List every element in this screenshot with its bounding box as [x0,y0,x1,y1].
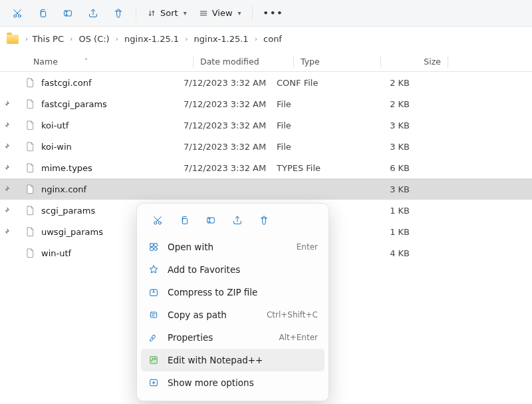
file-size: 2 KB [356,78,410,88]
file-size: 3 KB [356,120,410,130]
breadcrumb-segment[interactable]: This PC [29,33,66,45]
file-icon [24,139,36,154]
svg-rect-13 [150,357,158,364]
star-icon [148,264,160,276]
copy-path-icon [148,309,160,321]
file-row[interactable]: koi-win7/12/2023 3:32 AMFile3 KB [0,136,532,157]
file-name: win-utf [41,248,71,258]
menu-more-options[interactable]: Show more options [141,371,325,394]
breadcrumb-segment[interactable]: nginx-1.25.1 [192,33,251,45]
breadcrumb-segment[interactable]: nginx-1.25.1 [122,33,182,45]
pin-icon [0,207,13,214]
svg-rect-9 [154,244,158,247]
copy-icon[interactable] [173,210,196,230]
svg-point-0 [14,15,17,17]
chevron-right-icon: › [24,35,29,43]
pin-icon [0,122,13,128]
breadcrumb-segment[interactable]: conf [261,33,285,45]
menu-favorites-label: Add to Favorites [168,264,318,275]
menu-properties[interactable]: Properties Alt+Enter [141,326,325,349]
separator [136,6,136,21]
file-name: uwsgi_params [41,227,103,237]
chevron-down-icon: ▾ [184,9,187,17]
file-row[interactable]: mime.types7/12/2023 3:32 AMTYPES File6 K… [0,157,532,178]
sort-asc-icon: ˄ [84,58,88,65]
share-button[interactable] [81,3,105,24]
context-icon-row [141,209,325,236]
column-type[interactable]: Type [301,57,380,67]
file-icon [24,224,36,239]
share-icon[interactable] [226,210,249,230]
top-toolbar: Sort ▾ View ▾ ••• [0,0,532,27]
menu-properties-label: Properties [168,332,271,343]
file-row[interactable]: fastcgi_params7/12/2023 3:32 AMFile2 KB [0,93,532,114]
menu-notepadpp[interactable]: Edit with Notepad++ [141,349,325,371]
file-type: File [277,120,356,130]
more-icon [148,377,160,389]
file-date: 7/12/2023 3:32 AM [184,163,277,173]
file-name: scgi_params [41,206,95,216]
sort-label: Sort [160,8,178,18]
zip-icon [148,286,160,298]
column-name[interactable]: Name [33,57,58,67]
column-date[interactable]: Date modified [200,57,293,67]
file-size: 1 KB [356,227,410,237]
chevron-right-icon: › [184,35,189,43]
file-name: koi-win [41,142,72,152]
pin-icon [0,143,13,150]
folder-icon [7,35,19,44]
column-size[interactable]: Size [388,57,441,67]
menu-notepadpp-label: Edit with Notepad++ [168,355,318,365]
rename-icon[interactable] [200,210,222,230]
copy-button[interactable] [31,3,55,24]
svg-rect-12 [150,312,156,317]
file-icon [24,97,36,111]
file-row[interactable]: nginx.conf3 KB [0,178,532,200]
file-icon [24,203,36,218]
delete-icon[interactable] [253,210,275,230]
svg-point-1 [18,15,21,17]
wrench-icon [148,331,160,343]
file-name: koi-utf [41,120,68,130]
sort-button[interactable]: Sort ▾ [142,3,192,24]
svg-point-5 [158,222,161,224]
chevron-right-icon: › [68,35,74,43]
file-type: TYPES File [277,163,356,173]
menu-open-with[interactable]: Open with Enter [141,236,325,258]
file-row[interactable]: fastcgi.conf7/12/2023 3:32 AMCONF File2 … [0,72,532,93]
pin-icon [0,101,13,107]
breadcrumb: This PC›OS (C:)›nginx-1.25.1›nginx-1.25.… [29,33,285,45]
chevron-right-icon: › [114,35,120,43]
pin-icon [0,228,13,235]
rename-button[interactable] [56,3,80,24]
menu-properties-accel: Alt+Enter [279,333,318,342]
menu-copy-path-accel: Ctrl+Shift+C [267,310,318,319]
file-type: File [277,142,356,152]
view-button[interactable]: View ▾ [194,3,247,24]
more-button[interactable]: ••• [258,3,289,24]
delete-button[interactable] [106,3,130,24]
open-with-icon [148,241,160,253]
file-row[interactable]: koi-utf7/12/2023 3:32 AMFile3 KB [0,114,532,136]
menu-copy-path-label: Copy as path [168,309,259,320]
view-label: View [212,8,233,18]
cut-button[interactable] [5,3,29,24]
breadcrumb-segment[interactable]: OS (C:) [76,33,112,45]
menu-open-with-label: Open with [168,242,289,252]
breadcrumb-bar: › This PC›OS (C:)›nginx-1.25.1›nginx-1.2… [0,27,532,52]
menu-compress[interactable]: Compress to ZIP file [141,281,325,303]
cut-icon[interactable] [146,210,169,230]
menu-favorites[interactable]: Add to Favorites [141,258,325,281]
file-name: mime.types [41,163,92,173]
file-size: 4 KB [356,248,410,258]
file-icon [24,160,36,175]
menu-copy-path[interactable]: Copy as path Ctrl+Shift+C [141,303,325,326]
menu-open-with-accel: Enter [297,242,318,252]
file-icon [24,75,36,90]
file-name: nginx.conf [41,184,86,194]
svg-point-4 [154,222,157,224]
file-size: 3 KB [356,184,410,194]
file-date: 7/12/2023 3:32 AM [184,78,277,88]
file-size: 2 KB [356,99,410,109]
file-size: 6 KB [356,163,410,173]
